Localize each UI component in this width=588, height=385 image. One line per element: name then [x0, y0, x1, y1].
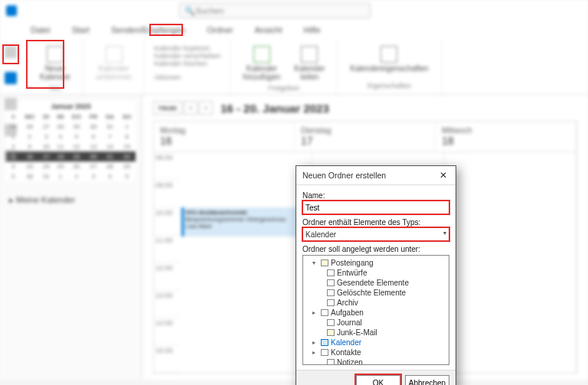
app-logo — [6, 5, 17, 16]
tree-item[interactable]: Gelöschte Elemente — [305, 288, 447, 298]
tree-item[interactable]: ▸Kontakte — [305, 347, 447, 357]
rail-calendar-icon[interactable] — [5, 72, 17, 84]
folder-tree[interactable]: ▾PosteingangEntwürfeGesendete ElementeGe… — [302, 255, 449, 365]
my-calendars[interactable]: ▸ Meine Kalender — [6, 192, 136, 208]
kalender-loeschen[interactable]: Kalender löschen — [154, 60, 207, 67]
ok-button[interactable]: OK — [356, 375, 400, 385]
group-aktionen-label: Aktionen — [154, 73, 181, 81]
kalender-umbenennen-button: Kalender umbennen — [93, 43, 135, 84]
tree-item[interactable]: ▸Kalender — [305, 338, 447, 347]
type-select[interactable]: Kalender — [302, 227, 449, 241]
rail-more-icon[interactable] — [5, 150, 17, 162]
kalender-teilen-button[interactable]: Kalender teilen — [291, 43, 328, 84]
type-label: Ordner enthält Elemente des Typs: — [302, 218, 449, 227]
menu-ordner[interactable]: Ordner — [204, 24, 236, 36]
menu-hilfe[interactable]: Hilfe — [301, 24, 324, 36]
menu-datei[interactable]: Datei — [28, 24, 54, 36]
tree-item[interactable]: ▸Aufgaben — [305, 308, 447, 318]
day-header[interactable]: Dienstag17 — [295, 122, 436, 152]
name-label: Name: — [302, 191, 449, 200]
rail-people-icon[interactable] — [5, 98, 17, 110]
group-neu-label: Neu — [49, 84, 62, 92]
tree-item[interactable]: Junk-E-Mail — [305, 328, 447, 338]
calendar-event[interactable]: XX1-AustauschrundeBesprechungszimmer Obe… — [181, 207, 305, 237]
kalendereigenschaften-button[interactable]: Kalendereigenschaften — [347, 43, 431, 76]
neuer-kalender-button[interactable]: Neuer Kalender — [37, 43, 74, 84]
menu-start[interactable]: Start — [69, 24, 93, 36]
today-button[interactable]: Heute — [153, 101, 182, 115]
group-eig-label: Eigenschaften — [368, 82, 411, 90]
new-folder-dialog: Neuen Ordner erstellen ✕ Name: Ordner en… — [296, 165, 456, 385]
close-icon[interactable]: ✕ — [437, 169, 449, 181]
menu-senden[interactable]: Senden/Empfangen — [108, 24, 188, 36]
tree-item[interactable]: Notizen — [305, 357, 447, 365]
name-input[interactable] — [302, 201, 449, 214]
search-input[interactable]: 🔍 Suchen — [179, 3, 371, 18]
menu-ansicht[interactable]: Ansicht — [251, 24, 285, 36]
tree-item[interactable]: ▾Posteingang — [305, 258, 447, 268]
mini-calendar[interactable]: Januar 2023 #MODIMIDOFRSASO5226272829303… — [6, 101, 136, 181]
next-week-button[interactable]: › — [199, 101, 213, 115]
week-range: 16 - 20. Januar 2023 — [220, 102, 329, 115]
tree-item[interactable]: Gesendete Elemente — [305, 278, 447, 288]
tree-item[interactable]: Entwürfe — [305, 268, 447, 278]
kalender-hinzufuegen-button[interactable]: Kalender hinzufügen — [240, 43, 283, 84]
kalender-kopieren[interactable]: Kalender kopieren — [154, 44, 210, 52]
calendar-icon — [47, 46, 64, 63]
prev-week-button[interactable]: ‹ — [184, 101, 198, 115]
rail-tasks-icon[interactable] — [5, 124, 17, 136]
day-header[interactable]: Montag16 — [154, 122, 295, 152]
tree-item[interactable]: Journal — [305, 318, 447, 328]
cancel-button[interactable]: Abbrechen — [405, 375, 449, 385]
day-header[interactable]: Mittwoch18 — [436, 122, 577, 152]
tree-item[interactable]: Archiv — [305, 298, 447, 308]
kalender-verschieben[interactable]: Kalender verschieben — [154, 52, 220, 60]
chevron-down-icon: ▾ — [443, 230, 446, 237]
rail-mail-icon[interactable] — [5, 46, 17, 58]
dialog-title: Neuen Ordner erstellen — [302, 171, 386, 180]
location-label: Ordner soll angelegt werden unter: — [302, 245, 449, 253]
group-freigeben-label: Freigeben — [269, 84, 300, 92]
